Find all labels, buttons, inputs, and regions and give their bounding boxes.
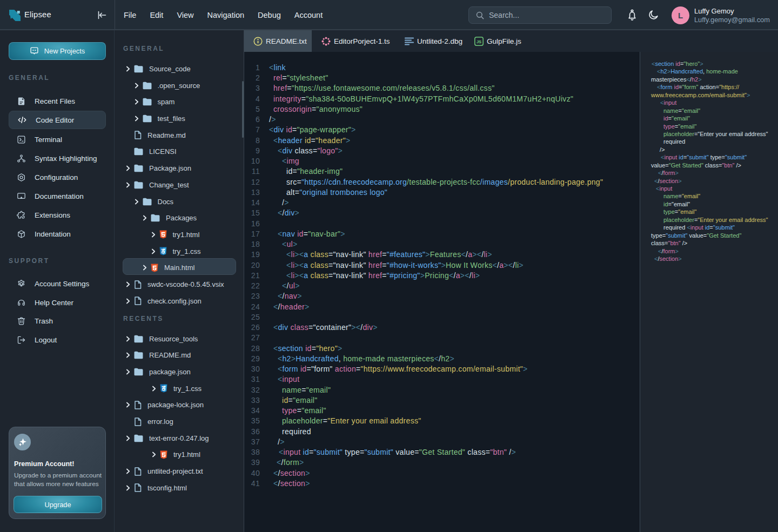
svg-text:JS: JS (477, 39, 481, 44)
